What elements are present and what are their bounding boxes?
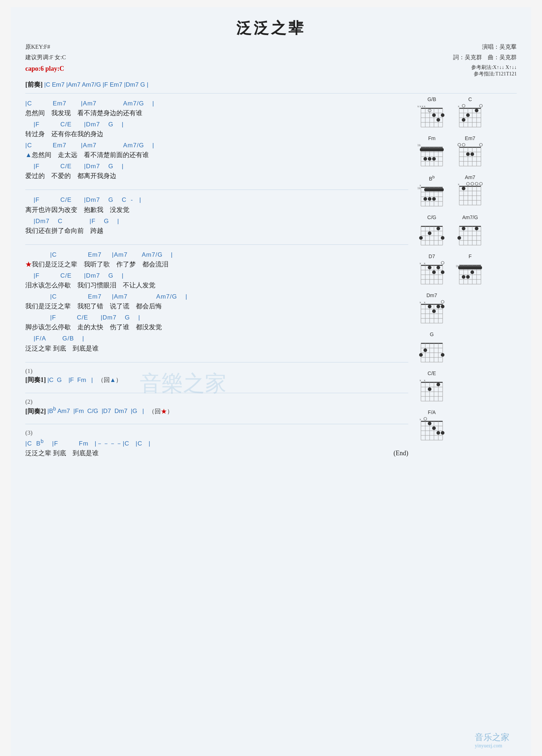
chord-c-name: C — [468, 96, 472, 102]
chord-line-8: |F C/E |Dm7 G | — [25, 271, 408, 281]
svg-point-228 — [441, 431, 444, 435]
svg-point-50 — [428, 157, 431, 161]
svg-text:x: x — [458, 182, 460, 186]
svg-point-53 — [462, 143, 465, 146]
chorus: |C Em7 |Am7 Am7/G | ★我们是泛泛之辈 我听了歌 作了梦 都会… — [25, 248, 408, 357]
svg-point-114 — [428, 231, 431, 235]
lyric-line-5: 离开也许因为改变 抱歉我 没发觉 — [25, 205, 408, 215]
chord-gb: G/B x x — [416, 96, 448, 132]
svg-point-196 — [441, 353, 444, 357]
original-key: 原KEY:F# — [25, 42, 66, 52]
chord-cg: C/G — [416, 214, 448, 250]
chord-diagrams: G/B x x — [416, 96, 517, 445]
svg-point-145 — [428, 266, 431, 269]
chord-gb-svg: x x — [416, 103, 448, 132]
left-content: |C Em7 |Am7 Am7/G | 忽然间 我发现 看不清楚身边的还有谁 |… — [25, 96, 408, 467]
svg-point-227 — [436, 431, 440, 435]
svg-point-88 — [475, 182, 478, 185]
chord-diagrams-panel: G/B x x — [416, 96, 517, 467]
chord-am7-name: Am7 — [465, 174, 476, 180]
prelude-label: [前奏] — [25, 81, 43, 88]
svg-point-115 — [436, 227, 440, 230]
lyric-line-8: 泪水该怎么停歇 我们习惯眼泪 不让人发觉 — [25, 281, 408, 290]
composer: 曲：吴克群 — [488, 54, 517, 60]
svg-point-148 — [441, 270, 444, 274]
svg-point-86 — [466, 182, 469, 185]
chord-fm-svg: 1fr — [416, 142, 448, 171]
bridge: |F C/E |Dm7 G C - | 离开也许因为改变 抱歉我 没发觉 |Dm… — [25, 193, 408, 239]
ending-lyrics: 泛泛之辈 到底 到底是谁 (End) — [25, 448, 408, 458]
verse1: |C Em7 |Am7 Am7/G | 忽然间 我发现 看不清楚身边的还有谁 |… — [25, 96, 408, 185]
chord-dm7-svg: x x — [416, 299, 448, 328]
chord-line-1: |C Em7 |Am7 Am7/G | — [25, 99, 408, 108]
lyricist-composer: 詞：吴克群 曲：吴克群 — [453, 52, 517, 63]
chord-line-10: |F C/E |Dm7 G | — [25, 313, 408, 322]
svg-point-130 — [475, 227, 478, 230]
svg-text:x: x — [424, 261, 426, 265]
svg-text:x: x — [420, 261, 421, 265]
svg-text:x: x — [424, 378, 426, 382]
svg-point-180 — [432, 309, 436, 313]
svg-point-52 — [458, 143, 461, 146]
svg-point-129 — [462, 227, 465, 230]
chord-cg-svg — [416, 221, 448, 250]
interlude1-num: (1) — [25, 368, 408, 375]
interlude2-section: (2) [间奏2] |Bb Am7 |Fm C/G |D7 Dm7 |G | （… — [25, 396, 408, 419]
chord-am7g: Am7/G — [454, 214, 486, 250]
chord-ce-name: C/E — [427, 370, 436, 376]
chord-d7: D7 x x — [416, 253, 448, 289]
chord-f-svg: 1fr — [454, 260, 486, 289]
interlude1-line: [间奏1] |C G |F Fm | （回▲） — [25, 375, 408, 384]
svg-point-21 — [479, 104, 482, 107]
svg-point-163 — [466, 275, 470, 279]
ending-chord-line: |C Bb |F Fm |－－－－|C |C | — [25, 437, 408, 448]
main-content: |C Em7 |Am7 Am7/G | 忽然间 我发现 看不清楚身边的还有谁 |… — [25, 96, 517, 467]
chord-gb-name: G/B — [427, 96, 436, 102]
prelude-line: [前奏] |C Em7 |Am7 Am7/G |F Em7 |Dm7 G | — [25, 80, 517, 89]
chord-line-2: |F C/E |Dm7 G | — [25, 120, 408, 129]
svg-text:1fr: 1fr — [417, 187, 421, 190]
svg-point-49 — [423, 157, 427, 161]
svg-text:x: x — [420, 300, 421, 304]
chord-fa-name: F/A — [428, 409, 436, 415]
svg-text:x: x — [422, 104, 423, 108]
finger-pattern: 参考指法:T121T121 — [471, 71, 517, 77]
svg-point-83 — [428, 197, 431, 201]
svg-point-113 — [419, 236, 423, 240]
chord-fm: Fm 1fr — [416, 135, 448, 171]
performer-info: 演唱：吴克羣 詞：吴克群 曲：吴克群 — [453, 42, 517, 63]
chord-g-svg — [416, 338, 448, 367]
chord-row-3: Bb x 1fr — [416, 174, 517, 211]
lyric-line-7: ★我们是泛泛之辈 我听了歌 作了梦 都会流泪 — [25, 260, 408, 269]
watermark2: 音乐之家 yinyuezj.com — [475, 731, 509, 749]
chord-line-4: |F C/E |Dm7 G | — [25, 161, 408, 171]
chord-bb-name: Bb — [429, 174, 435, 182]
interlude2-note: （回★） — [146, 408, 173, 414]
singer: 演唱：吴克羣 — [453, 42, 517, 52]
key-info: 原KEY:F# 建议男调:F 女:C capo:6 play:C — [25, 42, 66, 77]
chord-g: G — [416, 331, 448, 367]
chord-line-6: |Dm7 C |F G | — [25, 216, 408, 226]
svg-point-225 — [428, 422, 431, 425]
svg-point-67 — [470, 152, 474, 156]
chord-row-9: F/A x — [416, 409, 517, 445]
svg-point-89 — [479, 182, 482, 185]
chord-row-8: C/E x x — [416, 370, 517, 406]
chord-row-4: C/G — [416, 214, 517, 250]
interlude1-label: [间奏1] — [25, 376, 46, 383]
chord-line-5: |F C/E |Dm7 G C - | — [25, 195, 408, 205]
svg-point-179 — [428, 305, 431, 308]
svg-point-167 — [441, 300, 444, 303]
svg-point-101 — [462, 187, 465, 190]
chord-d7-svg: x x — [416, 260, 448, 289]
chord-bb-svg: x 1fr — [416, 182, 448, 211]
chord-line-7: |C Em7 |Am7 Am7/G | — [25, 250, 408, 260]
chord-c: C x — [454, 96, 486, 132]
chord-ce: C/E x x — [416, 370, 448, 406]
interlude2-num: (2) — [25, 398, 408, 405]
chord-g-name: G — [430, 331, 434, 337]
lyric-line-10: 脚步该怎么停歇 走的太快 伤了谁 都没发觉 — [25, 322, 408, 332]
header-area: 原KEY:F# 建议男调:F 女:C capo:6 play:C 演唱：吴克羣 … — [25, 42, 517, 77]
svg-point-133 — [441, 261, 444, 264]
svg-rect-161 — [458, 266, 482, 269]
